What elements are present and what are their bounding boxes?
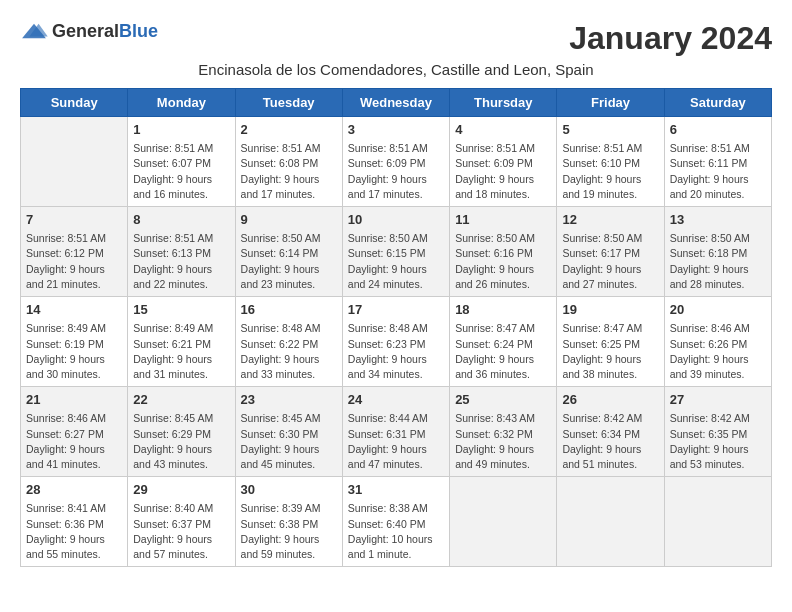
day-number: 1 bbox=[133, 121, 229, 139]
cell-content: Sunrise: 8:48 AMSunset: 6:23 PMDaylight:… bbox=[348, 321, 444, 382]
cell-content: Sunrise: 8:43 AMSunset: 6:32 PMDaylight:… bbox=[455, 411, 551, 472]
cell-content: Sunrise: 8:39 AMSunset: 6:38 PMDaylight:… bbox=[241, 501, 337, 562]
day-number: 15 bbox=[133, 301, 229, 319]
calendar-cell: 28Sunrise: 8:41 AMSunset: 6:36 PMDayligh… bbox=[21, 477, 128, 567]
calendar-cell: 1Sunrise: 8:51 AMSunset: 6:07 PMDaylight… bbox=[128, 117, 235, 207]
day-number: 2 bbox=[241, 121, 337, 139]
calendar-cell: 30Sunrise: 8:39 AMSunset: 6:38 PMDayligh… bbox=[235, 477, 342, 567]
day-number: 8 bbox=[133, 211, 229, 229]
calendar-cell: 26Sunrise: 8:42 AMSunset: 6:34 PMDayligh… bbox=[557, 387, 664, 477]
calendar-cell: 16Sunrise: 8:48 AMSunset: 6:22 PMDayligh… bbox=[235, 297, 342, 387]
cell-content: Sunrise: 8:50 AMSunset: 6:14 PMDaylight:… bbox=[241, 231, 337, 292]
logo: GeneralBlue bbox=[20, 20, 158, 42]
logo-text: GeneralBlue bbox=[52, 21, 158, 42]
cell-content: Sunrise: 8:51 AMSunset: 6:09 PMDaylight:… bbox=[348, 141, 444, 202]
day-number: 23 bbox=[241, 391, 337, 409]
calendar-cell: 15Sunrise: 8:49 AMSunset: 6:21 PMDayligh… bbox=[128, 297, 235, 387]
day-number: 24 bbox=[348, 391, 444, 409]
col-header-friday: Friday bbox=[557, 89, 664, 117]
day-number: 25 bbox=[455, 391, 551, 409]
cell-content: Sunrise: 8:47 AMSunset: 6:25 PMDaylight:… bbox=[562, 321, 658, 382]
logo-blue: Blue bbox=[119, 21, 158, 41]
day-number: 20 bbox=[670, 301, 766, 319]
calendar-cell: 2Sunrise: 8:51 AMSunset: 6:08 PMDaylight… bbox=[235, 117, 342, 207]
calendar-cell: 18Sunrise: 8:47 AMSunset: 6:24 PMDayligh… bbox=[450, 297, 557, 387]
calendar-cell: 17Sunrise: 8:48 AMSunset: 6:23 PMDayligh… bbox=[342, 297, 449, 387]
cell-content: Sunrise: 8:38 AMSunset: 6:40 PMDaylight:… bbox=[348, 501, 444, 562]
day-number: 9 bbox=[241, 211, 337, 229]
cell-content: Sunrise: 8:41 AMSunset: 6:36 PMDaylight:… bbox=[26, 501, 122, 562]
col-header-tuesday: Tuesday bbox=[235, 89, 342, 117]
day-number: 29 bbox=[133, 481, 229, 499]
calendar-week-row: 7Sunrise: 8:51 AMSunset: 6:12 PMDaylight… bbox=[21, 207, 772, 297]
calendar-cell: 29Sunrise: 8:40 AMSunset: 6:37 PMDayligh… bbox=[128, 477, 235, 567]
logo-general: General bbox=[52, 21, 119, 41]
calendar-cell: 14Sunrise: 8:49 AMSunset: 6:19 PMDayligh… bbox=[21, 297, 128, 387]
day-number: 30 bbox=[241, 481, 337, 499]
col-header-saturday: Saturday bbox=[664, 89, 771, 117]
cell-content: Sunrise: 8:44 AMSunset: 6:31 PMDaylight:… bbox=[348, 411, 444, 472]
calendar-cell: 21Sunrise: 8:46 AMSunset: 6:27 PMDayligh… bbox=[21, 387, 128, 477]
month-title: January 2024 bbox=[569, 20, 772, 57]
calendar-cell: 23Sunrise: 8:45 AMSunset: 6:30 PMDayligh… bbox=[235, 387, 342, 477]
col-header-wednesday: Wednesday bbox=[342, 89, 449, 117]
cell-content: Sunrise: 8:51 AMSunset: 6:10 PMDaylight:… bbox=[562, 141, 658, 202]
calendar-cell: 22Sunrise: 8:45 AMSunset: 6:29 PMDayligh… bbox=[128, 387, 235, 477]
calendar-cell: 5Sunrise: 8:51 AMSunset: 6:10 PMDaylight… bbox=[557, 117, 664, 207]
calendar-cell: 19Sunrise: 8:47 AMSunset: 6:25 PMDayligh… bbox=[557, 297, 664, 387]
day-number: 5 bbox=[562, 121, 658, 139]
day-number: 3 bbox=[348, 121, 444, 139]
calendar-week-row: 21Sunrise: 8:46 AMSunset: 6:27 PMDayligh… bbox=[21, 387, 772, 477]
cell-content: Sunrise: 8:42 AMSunset: 6:34 PMDaylight:… bbox=[562, 411, 658, 472]
cell-content: Sunrise: 8:45 AMSunset: 6:30 PMDaylight:… bbox=[241, 411, 337, 472]
cell-content: Sunrise: 8:50 AMSunset: 6:18 PMDaylight:… bbox=[670, 231, 766, 292]
day-number: 11 bbox=[455, 211, 551, 229]
cell-content: Sunrise: 8:42 AMSunset: 6:35 PMDaylight:… bbox=[670, 411, 766, 472]
cell-content: Sunrise: 8:49 AMSunset: 6:21 PMDaylight:… bbox=[133, 321, 229, 382]
calendar-cell bbox=[557, 477, 664, 567]
cell-content: Sunrise: 8:50 AMSunset: 6:16 PMDaylight:… bbox=[455, 231, 551, 292]
calendar-week-row: 1Sunrise: 8:51 AMSunset: 6:07 PMDaylight… bbox=[21, 117, 772, 207]
day-number: 12 bbox=[562, 211, 658, 229]
calendar-cell: 9Sunrise: 8:50 AMSunset: 6:14 PMDaylight… bbox=[235, 207, 342, 297]
day-number: 18 bbox=[455, 301, 551, 319]
calendar-cell: 12Sunrise: 8:50 AMSunset: 6:17 PMDayligh… bbox=[557, 207, 664, 297]
calendar-cell: 24Sunrise: 8:44 AMSunset: 6:31 PMDayligh… bbox=[342, 387, 449, 477]
day-number: 21 bbox=[26, 391, 122, 409]
day-number: 17 bbox=[348, 301, 444, 319]
day-number: 13 bbox=[670, 211, 766, 229]
calendar-week-row: 14Sunrise: 8:49 AMSunset: 6:19 PMDayligh… bbox=[21, 297, 772, 387]
calendar-table: SundayMondayTuesdayWednesdayThursdayFrid… bbox=[20, 88, 772, 567]
cell-content: Sunrise: 8:40 AMSunset: 6:37 PMDaylight:… bbox=[133, 501, 229, 562]
calendar-cell: 8Sunrise: 8:51 AMSunset: 6:13 PMDaylight… bbox=[128, 207, 235, 297]
calendar-cell: 6Sunrise: 8:51 AMSunset: 6:11 PMDaylight… bbox=[664, 117, 771, 207]
cell-content: Sunrise: 8:46 AMSunset: 6:27 PMDaylight:… bbox=[26, 411, 122, 472]
col-header-thursday: Thursday bbox=[450, 89, 557, 117]
day-number: 16 bbox=[241, 301, 337, 319]
day-number: 19 bbox=[562, 301, 658, 319]
calendar-header-row: SundayMondayTuesdayWednesdayThursdayFrid… bbox=[21, 89, 772, 117]
calendar-cell: 4Sunrise: 8:51 AMSunset: 6:09 PMDaylight… bbox=[450, 117, 557, 207]
cell-content: Sunrise: 8:50 AMSunset: 6:17 PMDaylight:… bbox=[562, 231, 658, 292]
calendar-cell: 3Sunrise: 8:51 AMSunset: 6:09 PMDaylight… bbox=[342, 117, 449, 207]
calendar-cell bbox=[450, 477, 557, 567]
cell-content: Sunrise: 8:51 AMSunset: 6:07 PMDaylight:… bbox=[133, 141, 229, 202]
day-number: 27 bbox=[670, 391, 766, 409]
col-header-sunday: Sunday bbox=[21, 89, 128, 117]
day-number: 10 bbox=[348, 211, 444, 229]
calendar-week-row: 28Sunrise: 8:41 AMSunset: 6:36 PMDayligh… bbox=[21, 477, 772, 567]
col-header-monday: Monday bbox=[128, 89, 235, 117]
cell-content: Sunrise: 8:51 AMSunset: 6:13 PMDaylight:… bbox=[133, 231, 229, 292]
cell-content: Sunrise: 8:51 AMSunset: 6:12 PMDaylight:… bbox=[26, 231, 122, 292]
calendar-cell: 7Sunrise: 8:51 AMSunset: 6:12 PMDaylight… bbox=[21, 207, 128, 297]
calendar-cell: 25Sunrise: 8:43 AMSunset: 6:32 PMDayligh… bbox=[450, 387, 557, 477]
day-number: 28 bbox=[26, 481, 122, 499]
day-number: 6 bbox=[670, 121, 766, 139]
cell-content: Sunrise: 8:50 AMSunset: 6:15 PMDaylight:… bbox=[348, 231, 444, 292]
calendar-cell bbox=[21, 117, 128, 207]
cell-content: Sunrise: 8:46 AMSunset: 6:26 PMDaylight:… bbox=[670, 321, 766, 382]
day-number: 7 bbox=[26, 211, 122, 229]
calendar-cell bbox=[664, 477, 771, 567]
logo-icon bbox=[20, 20, 48, 42]
cell-content: Sunrise: 8:45 AMSunset: 6:29 PMDaylight:… bbox=[133, 411, 229, 472]
